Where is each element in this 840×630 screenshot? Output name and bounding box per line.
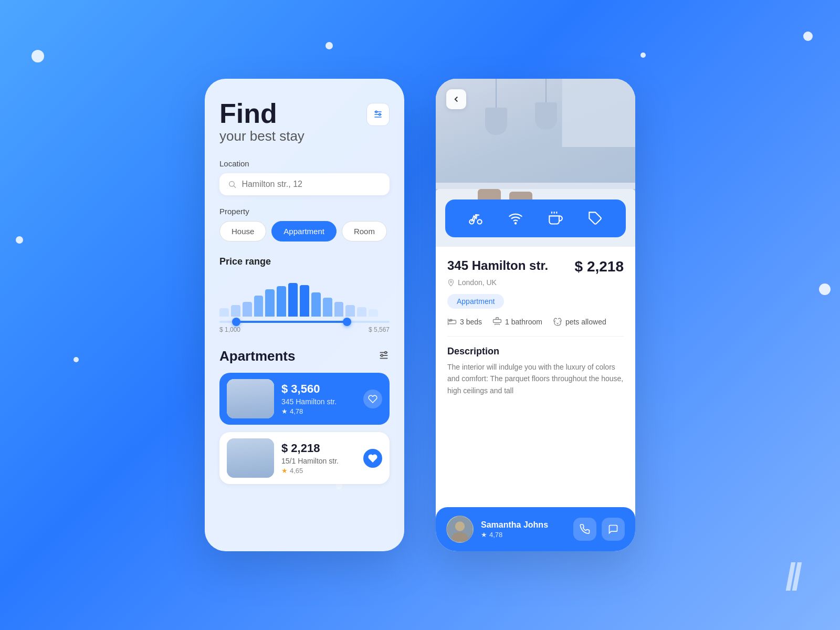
feature-pets: pets allowed: [553, 317, 606, 327]
tab-apartment[interactable]: Appartment: [271, 221, 337, 242]
svg-point-3: [375, 111, 377, 112]
svg-point-23: [455, 521, 465, 531]
bath-icon: [492, 317, 502, 327]
bar-6: [277, 286, 286, 317]
agent-rating: ★ 4,78: [481, 531, 566, 539]
svg-point-14: [515, 223, 516, 224]
decorative-dot: [326, 42, 333, 49]
phone-icon: [580, 524, 590, 534]
bar-7: [288, 283, 298, 317]
feature-beds: 3 beds: [447, 317, 482, 327]
svg-point-5: [229, 182, 235, 187]
property-location: London, UK: [447, 278, 624, 287]
right-phone: 345 Hamilton str. $ 2,218 London, UK App…: [436, 79, 635, 551]
bar-4: [254, 296, 264, 317]
wifi-icon: [508, 211, 523, 226]
amenity-bike[interactable]: [464, 207, 487, 230]
description-text: The interior will indulge you with the l…: [447, 361, 624, 396]
listing-info-2: $ 2,218 15/1 Hamilton str. ★ 4,65: [281, 442, 356, 475]
message-button[interactable]: [602, 518, 625, 541]
amenity-tag[interactable]: [584, 207, 607, 230]
location-text: London, UK: [458, 278, 497, 287]
star-icon-2: ★: [281, 467, 288, 475]
heart-button-2[interactable]: [363, 449, 382, 468]
listing-address-1: 345 Hamilton str.: [281, 397, 356, 406]
bike-icon: [468, 211, 483, 226]
heart-icon-2: [368, 454, 377, 463]
main-title: Find: [219, 100, 304, 127]
left-phone-header: Find your best stay: [219, 100, 390, 144]
svg-point-10: [385, 351, 387, 353]
agent-star-icon: ★: [481, 531, 487, 539]
contact-buttons: [573, 518, 625, 541]
range-thumb-min[interactable]: [232, 318, 240, 326]
avatar-svg: [447, 516, 472, 543]
bathroom-text: 1 bathroom: [505, 318, 542, 326]
lamp-cord-1: [496, 79, 497, 108]
search-input[interactable]: [242, 180, 381, 189]
pets-text: pets allowed: [565, 318, 606, 326]
bar-14: [369, 309, 378, 317]
rating-value-2: 4,65: [290, 467, 303, 475]
heart-icon-1: [368, 394, 377, 404]
bar-10: [323, 298, 332, 317]
lamp-cord-2: [545, 79, 547, 102]
bar-3: [243, 302, 252, 317]
sliders-icon: [378, 350, 390, 361]
range-slider[interactable]: [219, 321, 390, 323]
pets-icon: [553, 317, 562, 327]
price-min-label: $ 1,000: [219, 326, 240, 333]
listing-rating-1: ★ 4,78: [281, 407, 356, 415]
back-button[interactable]: [446, 89, 466, 109]
price-range-label: Price range: [219, 256, 271, 267]
bar-13: [357, 307, 366, 317]
listing-address-2: 15/1 Hamilton str.: [281, 457, 356, 465]
range-thumb-max[interactable]: [343, 318, 351, 326]
search-icon: [228, 180, 236, 189]
tab-house[interactable]: House: [219, 221, 266, 242]
counter-top: [436, 183, 635, 189]
find-title: Find your best stay: [219, 100, 304, 144]
listing-thumb-1: [227, 379, 274, 418]
phone-call-button[interactable]: [573, 518, 596, 541]
listing-card-featured[interactable]: $ 3,560 345 Hamilton str. ★ 4,78: [219, 373, 390, 425]
amenity-wifi[interactable]: [504, 207, 527, 230]
svg-point-13: [478, 219, 482, 224]
description-section: Description The interior will indulge yo…: [447, 346, 624, 396]
location-label: Location: [219, 159, 390, 168]
property-price: $ 2,218: [575, 258, 624, 275]
property-title-row: 345 Hamilton str. $ 2,218: [447, 258, 624, 275]
svg-point-11: [381, 354, 383, 356]
star-icon-1: ★: [281, 407, 288, 415]
features-row: 3 beds 1 bathroom: [447, 317, 624, 337]
svg-point-19: [450, 281, 452, 283]
rating-value-1: 4,78: [290, 407, 303, 415]
decorative-dot: [32, 50, 44, 62]
heart-button-1[interactable]: [363, 390, 382, 408]
bar-15: [380, 311, 390, 317]
property-details: 345 Hamilton str. $ 2,218 London, UK App…: [436, 247, 635, 396]
kitchen-image-2: [227, 438, 274, 478]
list-filter-icon[interactable]: [378, 350, 390, 363]
bar-1: [219, 308, 229, 317]
amenities-bar: [445, 200, 626, 237]
agent-info: Samantha Johns ★ 4,78: [481, 520, 566, 539]
filter-icon: [373, 109, 383, 120]
property-label: Property: [219, 207, 390, 216]
price-section-header: Price range: [219, 256, 390, 267]
decorative-dot: [16, 236, 23, 244]
search-bar[interactable]: [219, 173, 390, 195]
bar-chart: [219, 275, 390, 317]
range-fill: [236, 321, 347, 323]
upper-cabinet: [562, 79, 635, 147]
location-icon: [447, 279, 455, 286]
listing-card-plain[interactable]: $ 2,218 15/1 Hamilton str. ★ 4,65: [219, 432, 390, 484]
apartments-section: Apartments $ 3,560: [219, 348, 390, 484]
lamp-shade-2: [535, 102, 557, 130]
filter-button[interactable]: [366, 103, 390, 126]
property-type-badge: Appartment: [447, 294, 624, 317]
bar-9: [311, 292, 321, 317]
amenity-coffee[interactable]: [544, 207, 567, 230]
property-image: [436, 79, 635, 247]
tab-room[interactable]: Room: [342, 221, 387, 242]
